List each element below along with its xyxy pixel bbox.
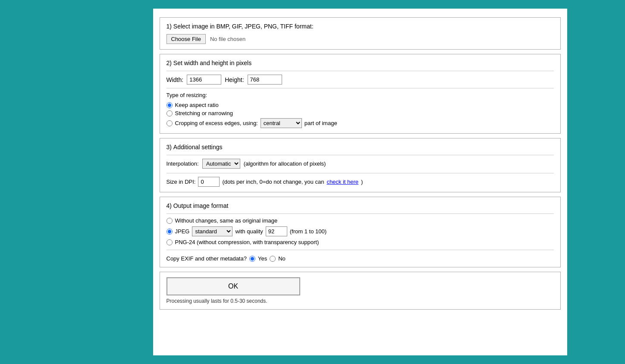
jpeg-quality-input[interactable] <box>266 226 287 236</box>
step2-section: 2) Set width and height in pixels Width:… <box>160 54 561 134</box>
processing-note: Processing usually lasts for 0.5-30 seco… <box>166 298 267 304</box>
interpolation-row: Interpolation: Automatic Nearest Bilinea… <box>166 159 554 169</box>
step4-title-text: Output image format <box>173 202 229 209</box>
no-change-option: Without changes, same as original image <box>166 217 554 224</box>
dpi-text: (dots per inch, 0=do not change, you can <box>222 179 324 185</box>
dpi-row: Size in DPI: (dots per inch, 0=do not ch… <box>166 177 554 187</box>
stretch-option: Stretching or narrowing <box>166 110 554 116</box>
step1-title: 1) Select image in BMP, GIF, JPEG, PNG, … <box>166 23 554 30</box>
step2-divider2 <box>166 88 554 88</box>
png-option: PNG-24 (without compression, with transp… <box>166 239 554 245</box>
resize-type-section: Type of resizing: Keep aspect ratio Stre… <box>166 92 554 128</box>
stretch-radio[interactable] <box>166 110 173 116</box>
keep-aspect-option: Keep aspect ratio <box>166 102 554 108</box>
ok-section: OK Processing usually lasts for 0.5-30 s… <box>160 272 561 310</box>
png-label: PNG-24 (without compression, with transp… <box>175 239 319 245</box>
crop-suffix: part of image <box>305 120 337 126</box>
step4-divider <box>166 213 554 214</box>
step4-number: 4) <box>166 202 172 209</box>
exif-no-radio[interactable] <box>270 256 276 262</box>
keep-aspect-label: Keep aspect ratio <box>175 102 219 108</box>
jpeg-type-select[interactable]: standard progressive <box>192 226 232 236</box>
no-change-radio[interactable] <box>166 218 173 224</box>
output-options: Without changes, same as original image … <box>166 217 554 245</box>
interpolation-suffix: (algorithm for allocation of pixels) <box>244 160 326 167</box>
step3-section: 3) Additional settings Interpolation: Au… <box>160 138 561 192</box>
exif-row: Copy EXIF and other metadata? Yes No <box>166 254 554 262</box>
exif-yes-radio[interactable] <box>249 256 255 262</box>
keep-aspect-radio[interactable] <box>166 102 173 108</box>
jpeg-quality-suffix: (from 1 to 100) <box>290 228 327 235</box>
step3-title-text: Additional settings <box>173 144 223 151</box>
interpolation-label: Interpolation: <box>166 160 199 167</box>
step3-title: 3) Additional settings <box>166 144 554 151</box>
dpi-link[interactable]: check it here <box>327 179 358 185</box>
height-input[interactable] <box>248 75 282 85</box>
crop-option: Cropping of excess edges, using: central… <box>166 118 554 128</box>
interpolation-select[interactable]: Automatic Nearest Bilinear Bicubic Lancz… <box>202 159 240 169</box>
dimensions-row: Width: Height: <box>166 75 554 85</box>
step3-divider2 <box>166 173 554 173</box>
jpeg-label: JPEG <box>175 228 190 235</box>
step2-divider <box>166 71 554 71</box>
jpeg-quality-label: with quality <box>235 228 263 235</box>
step2-number: 2) <box>166 60 172 66</box>
dpi-label: Size in DPI: <box>166 179 196 185</box>
crop-label: Cropping of excess edges, using: <box>175 120 258 126</box>
step1-title-text: Select image in BMP, GIF, JPEG, PNG, TIF… <box>173 23 314 30</box>
height-label: Height: <box>225 76 244 83</box>
jpeg-option: JPEG standard progressive with quality (… <box>166 226 554 236</box>
stretch-label: Stretching or narrowing <box>175 110 233 116</box>
no-change-label: Without changes, same as original image <box>175 217 278 224</box>
step2-title-text: Set width and height in pixels <box>173 60 251 66</box>
no-file-label: No file chosen <box>210 36 245 42</box>
choose-file-button[interactable]: Choose File <box>166 34 206 44</box>
step3-number: 3) <box>166 144 172 151</box>
exif-label: Copy EXIF and other metadata? <box>166 255 247 262</box>
crop-radio[interactable] <box>166 120 173 126</box>
crop-position-select[interactable]: central top-left top top-right left righ… <box>261 118 302 128</box>
exif-no-label: No <box>278 255 286 262</box>
step1-number: 1) <box>166 23 172 30</box>
png-radio[interactable] <box>166 239 173 245</box>
width-input[interactable] <box>187 75 221 85</box>
step4-section: 4) Output image format Without changes, … <box>160 197 561 267</box>
width-label: Width: <box>166 76 184 83</box>
step3-divider <box>166 155 554 155</box>
dpi-close: ) <box>361 179 363 185</box>
ok-button[interactable]: OK <box>166 277 300 295</box>
dpi-input[interactable] <box>198 177 220 187</box>
jpeg-radio[interactable] <box>166 229 173 235</box>
exif-yes-label: Yes <box>258 255 267 262</box>
resize-type-label: Type of resizing: <box>166 92 554 98</box>
step1-section: 1) Select image in BMP, GIF, JPEG, PNG, … <box>160 17 561 50</box>
file-input-row: Choose File No file chosen <box>166 34 554 44</box>
step4-title: 4) Output image format <box>166 202 554 209</box>
step2-title: 2) Set width and height in pixels <box>166 60 554 66</box>
step4-divider2 <box>166 250 554 250</box>
